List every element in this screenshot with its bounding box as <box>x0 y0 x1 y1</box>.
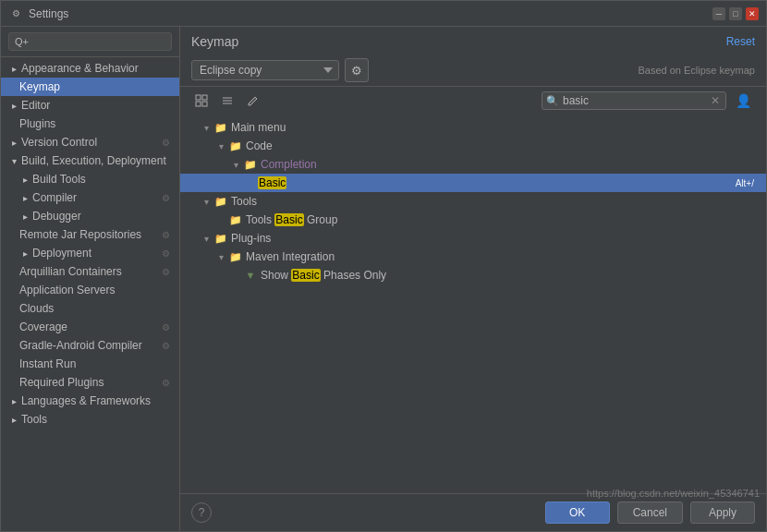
sidebar-item-label: Plugins <box>19 117 172 130</box>
gear-icon: ⚙ <box>159 320 172 333</box>
tree-item-tools-basic-group[interactable]: 📁 Tools Basic Group <box>180 211 766 229</box>
sidebar-search-input[interactable] <box>8 32 172 51</box>
settings-window: ⚙ Settings ─ □ ✕ Appearance & Behavior K… <box>0 0 767 532</box>
sidebar-item-languages-frameworks[interactable]: Languages & Frameworks <box>1 392 179 410</box>
sidebar-item-instant-run[interactable]: Instant Run <box>1 355 179 373</box>
user-button[interactable]: 👤 <box>732 93 755 108</box>
tree-item-label: Completion <box>261 158 762 171</box>
expand-arrow <box>8 137 19 148</box>
folder-icon: 📁 <box>213 233 228 244</box>
sidebar-item-appearance-behavior[interactable]: Appearance & Behavior <box>1 59 179 78</box>
sidebar-item-label: Tools <box>21 413 172 426</box>
tree-arrow: ▾ <box>199 194 213 209</box>
tree-item-label: Plug-ins <box>231 232 762 245</box>
sidebar-item-label: Coverage <box>19 320 159 333</box>
tree-item-main-menu[interactable]: ▾ 📁 Main menu <box>180 118 766 137</box>
window-title: Settings <box>29 7 712 20</box>
tree-item-label: Tools Basic Group <box>246 213 762 226</box>
maximize-button[interactable]: □ <box>729 7 742 20</box>
cancel-button[interactable]: Cancel <box>617 502 683 524</box>
highlight-basic: Basic <box>258 176 286 189</box>
sidebar-item-label: Build, Execution, Deployment <box>21 154 172 167</box>
expand-arrow <box>19 192 30 203</box>
gear-icon: ⚙ <box>159 247 172 260</box>
sidebar-item-plugins[interactable]: Plugins <box>1 115 179 133</box>
action-toolbar: 🔍 ✕ 👤 <box>180 87 766 115</box>
keymap-search-box: 🔍 ✕ <box>542 91 726 110</box>
window-icon: ⚙ <box>8 6 23 21</box>
reset-link[interactable]: Reset <box>726 35 755 48</box>
shortcut-badge: Alt+/ <box>731 177 759 189</box>
sidebar-item-compiler[interactable]: Compiler ⚙ <box>1 188 179 207</box>
expand-all-button[interactable] <box>191 91 212 111</box>
title-bar: ⚙ Settings ─ □ ✕ <box>1 1 766 27</box>
tree-item-maven-integration[interactable]: ▾ 📁 Maven Integration <box>180 248 766 266</box>
keymap-tree: ▾ 📁 Main menu ▾ 📁 Code ▾ <box>180 115 766 493</box>
filter-icon: ▼ <box>243 270 258 281</box>
keymap-search-input[interactable] <box>563 94 705 107</box>
expand-arrow <box>8 155 19 166</box>
highlight-basic: Basic <box>291 269 320 282</box>
sidebar-item-build-execution-deployment[interactable]: Build, Execution, Deployment <box>1 151 179 170</box>
svg-rect-1 <box>202 95 207 100</box>
expand-arrow <box>8 395 19 406</box>
gear-icon: ⚙ <box>159 136 172 149</box>
folder-icon: 📁 <box>213 122 228 133</box>
collapse-all-button[interactable] <box>217 91 237 111</box>
sidebar-item-label: Remote Jar Repositories <box>19 228 159 241</box>
window-controls: ─ □ ✕ <box>712 7 759 20</box>
sidebar-item-tools[interactable]: Tools <box>1 410 179 429</box>
sidebar-item-app-servers[interactable]: Application Servers <box>1 281 179 299</box>
gear-icon: ⚙ <box>159 228 172 241</box>
folder-icon: 📁 <box>228 214 243 225</box>
svg-rect-3 <box>202 102 207 106</box>
sidebar-item-deployment[interactable]: Deployment ⚙ <box>1 244 179 262</box>
tree-item-label: Maven Integration <box>246 250 762 263</box>
help-button[interactable]: ? <box>191 502 212 523</box>
sidebar-item-editor[interactable]: Editor <box>1 96 179 115</box>
ok-button[interactable]: OK <box>545 502 610 524</box>
tree-item-plug-ins[interactable]: ▾ 📁 Plug-ins <box>180 229 766 248</box>
sidebar-item-label: Compiler <box>32 191 159 204</box>
close-button[interactable]: ✕ <box>746 7 759 20</box>
sidebar-item-label: Debugger <box>32 210 172 223</box>
right-panel: Keymap Reset Eclipse copy ⚙ Based on Ecl… <box>180 27 766 531</box>
sidebar-item-version-control[interactable]: Version Control ⚙ <box>1 133 179 151</box>
tree-item-show-basic-phases[interactable]: ▼ Show Basic Phases Only <box>180 266 766 284</box>
expand-arrow <box>8 100 19 111</box>
sidebar-item-clouds[interactable]: Clouds <box>1 299 179 318</box>
sidebar-item-debugger[interactable]: Debugger <box>1 207 179 225</box>
tree-item-basic[interactable]: Basic Alt+/ <box>180 174 766 192</box>
tree-arrow-empty <box>213 212 228 227</box>
sidebar-item-required-plugins[interactable]: Required Plugins ⚙ <box>1 373 179 392</box>
scheme-gear-button[interactable]: ⚙ <box>345 58 369 82</box>
apply-button[interactable]: Apply <box>690 502 755 524</box>
sidebar-item-keymap[interactable]: Keymap <box>1 78 179 96</box>
sidebar-item-label: Application Servers <box>19 284 172 296</box>
based-on-label: Based on Eclipse keymap <box>638 65 755 76</box>
sidebar-item-coverage[interactable]: Coverage ⚙ <box>1 318 179 336</box>
sidebar-item-build-tools[interactable]: Build Tools <box>1 170 179 188</box>
tree-item-tools[interactable]: ▾ 📁 Tools <box>180 192 766 211</box>
sidebar-item-gradle-android[interactable]: Gradle-Android Compiler ⚙ <box>1 336 179 355</box>
tree-item-completion[interactable]: ▾ 📁 Completion <box>180 155 766 174</box>
bottom-bar: ? OK Cancel Apply <box>180 493 766 531</box>
minimize-button[interactable]: ─ <box>712 7 725 20</box>
sidebar-item-remote-jar[interactable]: Remote Jar Repositories ⚙ <box>1 225 179 244</box>
gear-icon: ⚙ <box>159 339 172 352</box>
expand-arrow <box>8 414 19 425</box>
tree-arrow: ▾ <box>199 120 213 135</box>
tree-item-label: Basic <box>258 176 731 189</box>
tree-arrow: ▾ <box>228 157 243 172</box>
tree-item-label: Show Basic Phases Only <box>261 269 762 282</box>
sidebar-item-arquillian[interactable]: Arquillian Containers ⚙ <box>1 262 179 281</box>
tree-item-code[interactable]: ▾ 📁 Code <box>180 137 766 155</box>
edit-shortcut-button[interactable] <box>243 91 263 111</box>
sidebar-item-label: Editor <box>21 99 172 112</box>
clear-search-button[interactable]: ✕ <box>709 95 722 106</box>
sidebar: Appearance & Behavior Keymap Editor Plug… <box>1 27 180 531</box>
sidebar-item-label: Arquillian Containers <box>19 265 159 278</box>
scheme-selector[interactable]: Eclipse copy <box>191 60 339 80</box>
tree-item-label: Tools <box>231 195 762 208</box>
search-icon: 🔍 <box>546 95 559 107</box>
